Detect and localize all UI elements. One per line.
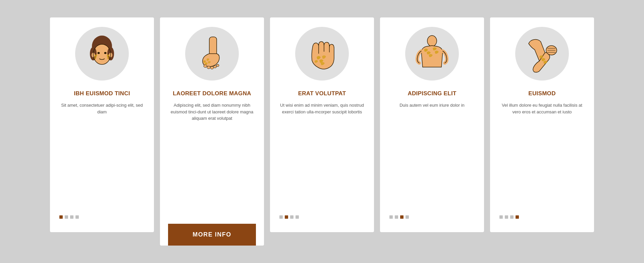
hand-icon [302,34,342,74]
face-icon [82,34,122,74]
foot-icon [192,34,232,74]
card-arm: EUISMOD Vel illum dolore eu feugiat null… [490,17,594,232]
svg-point-6 [98,52,100,54]
dot-4-3 [400,215,404,219]
icon-circle-hand [295,27,349,81]
dot-3-3 [290,215,293,219]
svg-point-12 [207,66,210,69]
svg-point-7 [104,52,107,54]
card-desc-2: Adipiscing elit, sed diam nonummy nibh e… [168,102,256,216]
card-title-2: LAOREET DOLORE MAGNA [173,90,251,97]
svg-point-15 [216,64,219,67]
back-icon [412,34,452,74]
dot-1-3 [70,215,73,219]
dot-5-1 [499,215,503,219]
dots-3 [278,215,299,219]
icon-circle-back [405,27,459,81]
card-title-1: IBH EUISMOD TINCI [74,90,130,97]
icon-circle-face [75,27,129,81]
dot-3-1 [279,215,283,219]
cards-container: IBH EUISMOD TINCI Sit amet, consectetuer… [37,4,607,259]
card-title-5: EUISMOD [528,90,555,97]
dot-1-2 [65,215,68,219]
card-foot: LAOREET DOLORE MAGNA Adipiscing elit, se… [160,17,264,246]
icon-circle-foot [185,27,239,81]
dot-3-2 [285,215,288,219]
dots-4 [388,215,409,219]
dot-5-2 [505,215,508,219]
card-desc-5: Vel illum dolore eu feugiat nulla facili… [498,102,586,207]
dots-1 [58,215,79,219]
icon-circle-arm [515,27,569,81]
dot-4-4 [406,215,409,219]
card-hand: ERAT VOLUTPAT Ut wisi enim ad minim veni… [270,17,374,232]
dot-1-4 [75,215,79,219]
card-desc-4: Duis autem vel eum iriure dolor in [399,102,465,207]
card-back: ADIPISCING ELIT Duis autem vel eum iriur… [380,17,484,232]
svg-point-14 [214,66,217,68]
card-desc-1: Sit amet, consectetuer adipi-scing elit,… [58,102,146,207]
svg-rect-9 [209,37,217,55]
card-desc-3: Ut wisi enim ad minim veniam, quis nostr… [278,102,366,207]
card-title-4: ADIPISCING ELIT [408,90,456,97]
more-info-button[interactable]: MORE INFO [168,224,256,246]
dot-4-2 [395,215,398,219]
dot-1-1 [59,215,63,219]
svg-point-11 [204,65,207,67]
svg-point-16 [427,36,437,46]
dot-5-4 [516,215,519,219]
dot-3-4 [296,215,299,219]
dot-4-1 [389,215,393,219]
dot-5-3 [510,215,514,219]
card-title-3: ERAT VOLUTPAT [298,90,346,97]
arm-icon [522,34,562,74]
svg-point-13 [210,66,214,69]
dots-5 [498,215,519,219]
card-face: IBH EUISMOD TINCI Sit amet, consectetuer… [50,17,154,232]
